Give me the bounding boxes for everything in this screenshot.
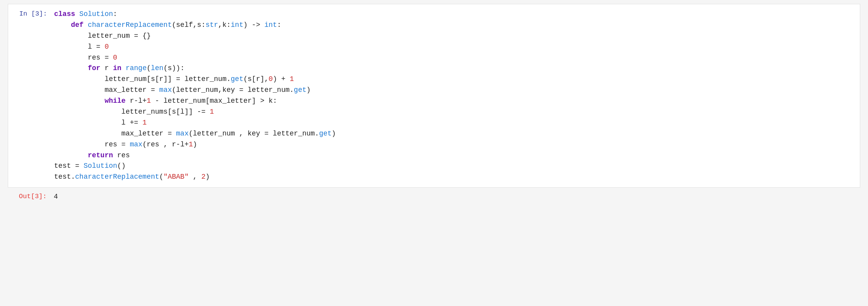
cell-code[interactable]: class Solution: def characterReplacement… bbox=[51, 4, 860, 187]
cell-output: Out[3]: 4 bbox=[8, 188, 860, 205]
cell-input: In [3]: class Solution: def characterRep… bbox=[8, 4, 860, 188]
notebook: In [3]: class Solution: def characterRep… bbox=[0, 0, 868, 306]
cell-3: In [3]: class Solution: def characterRep… bbox=[0, 4, 868, 205]
cell-input-label: In [3]: bbox=[8, 4, 51, 187]
cell-output-label: Out[3]: bbox=[8, 190, 51, 204]
output-value: 4 bbox=[51, 190, 860, 204]
code-block: class Solution: def characterReplacement… bbox=[54, 9, 854, 183]
